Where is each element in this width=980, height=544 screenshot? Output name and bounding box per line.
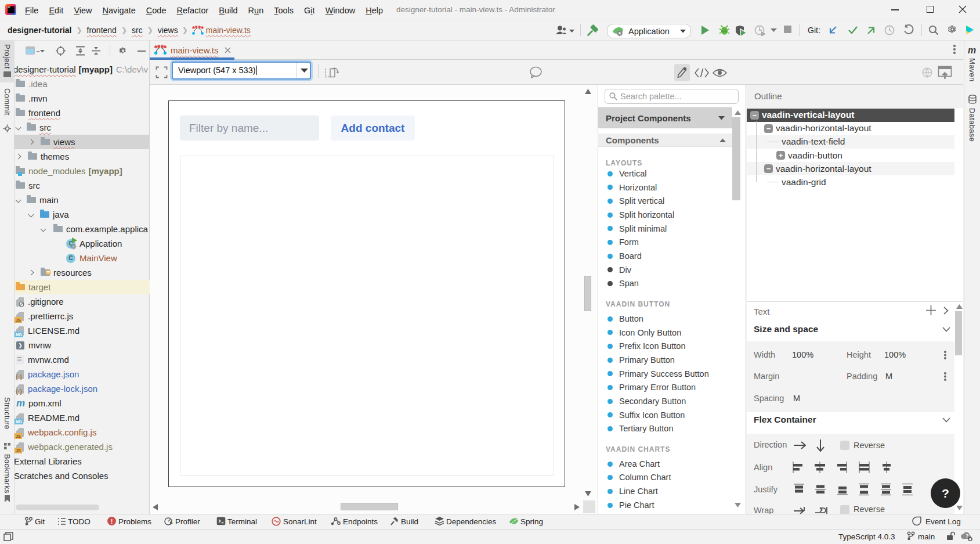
- svg-text:?: ?: [965, 533, 969, 539]
